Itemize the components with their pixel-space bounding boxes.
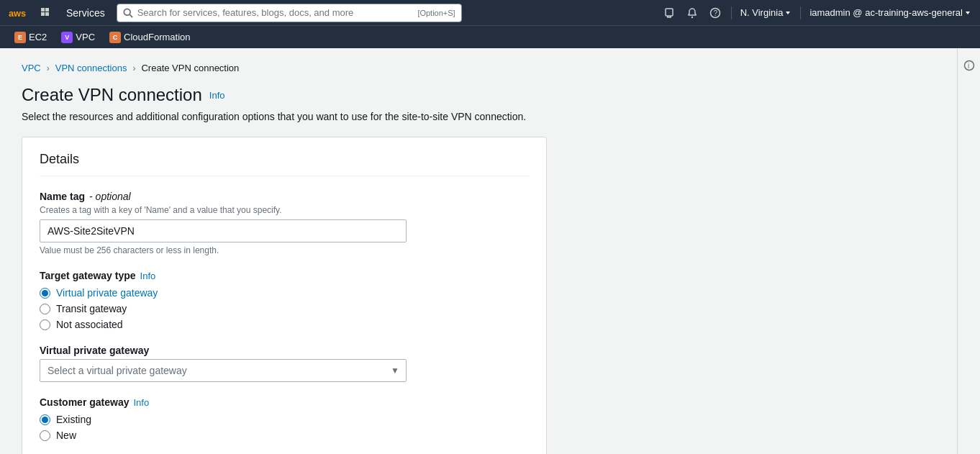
nav-vpc[interactable]: V VPC: [55, 30, 101, 45]
radio-not-associated-input[interactable]: [40, 319, 50, 330]
radio-new-input[interactable]: [40, 430, 50, 441]
breadcrumb-sep-1: ›: [47, 63, 50, 73]
user-menu-button[interactable]: iamadmin @ ac-training-aws-general: [809, 7, 971, 18]
radio-virtual-private-gateway[interactable]: Virtual private gateway: [40, 287, 529, 299]
right-sidebar: i: [957, 48, 980, 454]
page-info-link[interactable]: Info: [209, 90, 225, 101]
page-title-container: Create VPN connection Info: [22, 85, 935, 105]
notifications-button[interactable]: [662, 6, 676, 20]
target-gateway-radio-group: Virtual private gateway Transit gateway …: [40, 287, 529, 330]
virtual-private-gateway-select[interactable]: Select a virtual private gateway: [40, 359, 407, 382]
main-layout: VPC › VPN connections › Create VPN conne…: [0, 48, 980, 454]
target-gateway-info-link[interactable]: Info: [140, 271, 156, 281]
nav-ec2[interactable]: E EC2: [9, 30, 53, 45]
svg-rect-4: [45, 12, 49, 16]
svg-rect-2: [45, 8, 49, 12]
customer-gateway-label-row: Customer gateway Info: [40, 396, 529, 408]
grid-menu-button[interactable]: [37, 4, 55, 22]
cloudformation-label: CloudFormation: [124, 32, 191, 42]
target-gateway-label-row: Target gateway type Info: [40, 270, 529, 281]
nav-divider-2: [800, 6, 801, 19]
target-gateway-label: Target gateway type: [40, 270, 136, 281]
services-nav-button[interactable]: Services: [60, 4, 111, 22]
top-navigation: aws Services [Option+S]: [0, 0, 980, 25]
aws-logo: aws: [9, 6, 32, 20]
name-tag-optional: - optional: [89, 191, 131, 202]
bell-button[interactable]: [685, 6, 699, 20]
service-navigation: E EC2 V VPC C CloudFormation: [0, 25, 980, 48]
nav-divider: [731, 6, 732, 19]
svg-point-11: [691, 16, 692, 17]
details-heading: Details: [40, 152, 529, 176]
svg-rect-3: [41, 12, 45, 16]
search-shortcut: [Option+S]: [417, 9, 455, 17]
customer-gateway-group: Customer gateway Info Existing New: [40, 396, 529, 441]
breadcrumb-current: Create VPN connection: [141, 63, 239, 73]
svg-text:i: i: [968, 62, 969, 70]
svg-rect-7: [666, 9, 673, 16]
virtual-private-gateway-dropdown-container: Select a virtual private gateway ▼: [40, 359, 407, 382]
svg-text:aws: aws: [9, 7, 26, 18]
breadcrumb: VPC › VPN connections › Create VPN conne…: [22, 63, 935, 73]
name-tag-constraint: Value must be 256 characters or less in …: [40, 245, 529, 255]
page-title: Create VPN connection: [22, 85, 202, 105]
ec2-label: EC2: [29, 32, 47, 42]
radio-virtual-private-gateway-label: Virtual private gateway: [56, 287, 158, 299]
radio-not-associated-label: Not associated: [56, 319, 123, 330]
virtual-private-gateway-label: Virtual private gateway: [40, 345, 529, 356]
content-area: VPC › VPN connections › Create VPN conne…: [0, 48, 957, 454]
vpc-label: VPC: [76, 32, 95, 42]
radio-virtual-private-gateway-input[interactable]: [40, 288, 50, 299]
virtual-private-gateway-group: Virtual private gateway Select a virtual…: [40, 345, 529, 382]
svg-line-6: [130, 14, 132, 17]
radio-existing[interactable]: Existing: [40, 414, 529, 425]
radio-existing-input[interactable]: [40, 414, 50, 425]
help-button[interactable]: ?: [708, 6, 722, 20]
name-tag-label: Name tag - optional: [40, 191, 529, 202]
search-input[interactable]: [137, 7, 414, 18]
svg-rect-1: [41, 8, 45, 12]
breadcrumb-sep-2: ›: [132, 63, 135, 73]
radio-existing-label: Existing: [56, 414, 91, 425]
region-selector[interactable]: N. Virginia: [740, 7, 792, 18]
name-tag-input[interactable]: [40, 219, 407, 242]
radio-not-associated[interactable]: Not associated: [40, 319, 529, 330]
customer-gateway-label: Customer gateway: [40, 396, 129, 408]
breadcrumb-vpn-connections[interactable]: VPN connections: [55, 63, 127, 73]
cf-badge: C: [109, 32, 121, 43]
details-card: Details Name tag - optional Creates a ta…: [22, 137, 547, 454]
name-tag-hint: Creates a tag with a key of 'Name' and a…: [40, 205, 529, 215]
svg-text:?: ?: [713, 9, 717, 17]
radio-new[interactable]: New: [40, 430, 529, 441]
radio-transit-gateway[interactable]: Transit gateway: [40, 303, 529, 314]
nav-cloudformation[interactable]: C CloudFormation: [104, 30, 196, 45]
customer-gateway-radio-group: Existing New: [40, 414, 529, 441]
svg-point-5: [124, 9, 130, 15]
search-icon: [123, 8, 133, 18]
global-search-bar: [Option+S]: [117, 4, 462, 22]
vpc-badge: V: [61, 32, 73, 43]
page-description: Select the resources and additional conf…: [22, 111, 935, 122]
radio-transit-gateway-label: Transit gateway: [56, 303, 127, 314]
sidebar-info-button[interactable]: i: [961, 57, 978, 76]
target-gateway-type-group: Target gateway type Info Virtual private…: [40, 270, 529, 330]
radio-new-label: New: [56, 430, 76, 441]
nav-right: ? N. Virginia iamadmin @ ac-training-aws…: [662, 6, 971, 20]
ec2-badge: E: [14, 32, 26, 43]
radio-transit-gateway-input[interactable]: [40, 304, 50, 314]
breadcrumb-vpc[interactable]: VPC: [22, 63, 41, 73]
name-tag-group: Name tag - optional Creates a tag with a…: [40, 191, 529, 255]
customer-gateway-info-link[interactable]: Info: [133, 397, 149, 408]
